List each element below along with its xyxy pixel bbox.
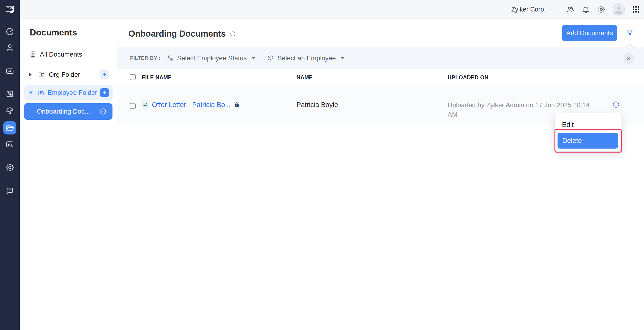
filter-funnel-icon: [626, 29, 634, 37]
notifications-bell-icon[interactable]: [582, 5, 590, 14]
bar-chart-icon[interactable]: [6, 140, 14, 149]
logo-icon[interactable]: [5, 4, 15, 15]
sidebar-item-employee-folder[interactable]: Employee Folder: [24, 85, 113, 100]
umbrella-icon[interactable]: [4, 105, 16, 116]
employee-folder-icon: [37, 89, 44, 96]
caret-down-icon[interactable]: [29, 92, 33, 94]
sidebar-item-org-folder[interactable]: Org Folder: [29, 70, 80, 79]
menu-item-edit[interactable]: Edit: [562, 121, 574, 129]
apps-grid-icon[interactable]: [632, 5, 640, 14]
employee-status-select[interactable]: Select Employee Status: [166, 54, 255, 62]
chat-icon[interactable]: [6, 186, 14, 195]
add-documents-button[interactable]: Add Documents: [562, 25, 617, 41]
sidebar-item-label: Org Folder: [49, 71, 80, 78]
org-folder-icon: [38, 71, 45, 78]
column-header-uploaded-on: UPLOADED ON: [448, 74, 488, 81]
filter-by-label: FILTER BY :: [130, 55, 161, 61]
documents-sidebar: Documents All Documents Org Folder + Emp…: [20, 19, 117, 330]
select-all-checkbox[interactable]: [130, 74, 136, 80]
person-icon[interactable]: [6, 43, 14, 52]
sidebar-item-onboarding-documents[interactable]: Onboarding Doc...: [24, 103, 112, 120]
org-switcher[interactable]: Zylker Corp: [511, 6, 552, 13]
image-file-icon: [142, 101, 149, 108]
sidebar-item-all-documents[interactable]: All Documents: [28, 50, 82, 59]
column-header-name: NAME: [296, 74, 313, 81]
employee-select[interactable]: Select an Employee: [267, 54, 344, 62]
close-filter-button[interactable]: [624, 53, 634, 64]
topbar-divider: [559, 5, 559, 14]
lock-icon: [234, 102, 240, 108]
caret-right-icon[interactable]: [29, 73, 32, 77]
add-employee-folder-button[interactable]: +: [100, 88, 109, 97]
column-header-file-name: FILE NAME: [142, 74, 172, 81]
select-row-checkbox[interactable]: [130, 103, 136, 109]
avatar[interactable]: [612, 3, 625, 16]
caret-down-icon: [341, 57, 344, 59]
sidebar-item-label: All Documents: [40, 51, 82, 58]
employees-icon: [267, 54, 274, 62]
menu-item-delete[interactable]: Delete: [558, 133, 618, 148]
file-link[interactable]: Offer Letter - Patricia Bo...: [152, 101, 230, 109]
folder-options-icon[interactable]: [100, 108, 106, 115]
gear-icon[interactable]: [6, 163, 14, 172]
documents-copy-icon: [28, 51, 36, 58]
caret-down-icon: [252, 57, 255, 59]
chevron-down-icon: [547, 7, 552, 12]
page: Zylker Corp Documents: [0, 0, 644, 330]
page-title: Onboarding Documents: [128, 29, 226, 39]
settings-gear-icon[interactable]: [597, 5, 606, 14]
percent-card-icon[interactable]: [6, 89, 14, 98]
row-name-cell: Patricia Boyle: [296, 85, 338, 124]
sidebar-title: Documents: [30, 28, 77, 38]
add-org-folder-button[interactable]: +: [100, 70, 109, 79]
rail-active-item[interactable]: [3, 121, 16, 134]
gauge-icon[interactable]: [6, 27, 14, 36]
employee-status-icon: [166, 54, 174, 62]
folder-icon: [6, 123, 14, 132]
info-icon[interactable]: [230, 31, 236, 37]
filter-button[interactable]: [622, 25, 638, 41]
sidebar-item-label: Employee Folder: [48, 89, 97, 96]
topbar: Zylker Corp: [20, 0, 644, 19]
org-name: Zylker Corp: [511, 6, 544, 13]
close-icon: [626, 56, 632, 61]
table-header: FILE NAME NAME UPLOADED ON: [117, 69, 644, 85]
card-arrow-icon[interactable]: [6, 67, 14, 76]
people-icon[interactable]: [566, 5, 575, 14]
row-actions-button[interactable]: [612, 101, 620, 108]
left-rail: [0, 0, 20, 330]
sidebar-item-label: Onboarding Doc...: [37, 108, 90, 115]
